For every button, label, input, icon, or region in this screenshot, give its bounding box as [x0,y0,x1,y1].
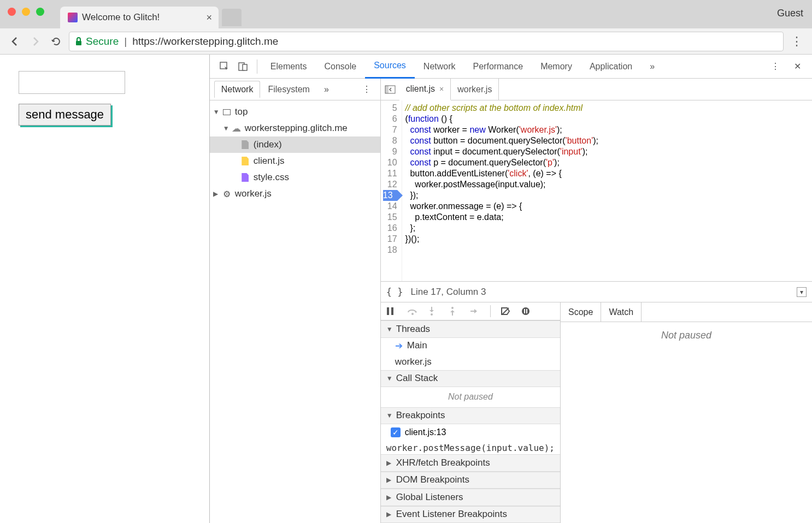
navigator-tab-network[interactable]: Network [214,81,261,98]
device-toolbar-icon[interactable] [234,57,252,76]
cursor-position: Line 17, Column 3 [410,287,486,298]
url-separator: | [124,35,127,47]
message-input[interactable] [19,71,125,94]
tree-file-stylecss[interactable]: style.css [210,169,380,186]
devtools-tabs: Elements Console Sources Network Perform… [210,55,812,79]
browser-menu-icon[interactable]: ⋮ [788,34,805,49]
navigator-menu-icon[interactable]: ⋮ [357,80,376,99]
tab-console[interactable]: Console [315,55,365,79]
back-button[interactable] [7,33,23,50]
forward-button[interactable] [27,33,44,50]
breakpoint-marker[interactable]: 13 [383,190,397,201]
active-thread-icon: ➔ [395,340,403,352]
page-viewport: send message [0,55,210,523]
address-bar[interactable]: Secure | https://workerstepping.glitch.m… [69,32,784,51]
debugger-panel: ▼Threads ➔Main worker.js ▼Call Stack Not… [381,302,812,523]
step-out-button[interactable] [449,306,460,316]
minimize-window-icon[interactable] [22,8,30,16]
lock-icon [75,37,83,46]
editor-tab-workerjs[interactable]: worker.js [451,79,499,100]
tree-domain[interactable]: ▼☁workerstepping.glitch.me [210,120,380,136]
coverage-dropdown-icon[interactable]: ▾ [797,287,807,297]
pretty-print-icon[interactable]: { } [386,287,403,298]
tab-title: Welcome to Glitch! [82,12,160,23]
close-tab-icon[interactable]: × [206,12,212,23]
editor-footer: { } Line 17, Column 3 ▾ [381,281,812,302]
breakpoint-item[interactable]: ✓client.js:13 [381,424,560,441]
tree-worker[interactable]: ▶⚙worker.js [210,186,380,202]
tab-memory[interactable]: Memory [532,55,581,79]
tree-frame-top[interactable]: ▼top [210,104,380,120]
section-xhr[interactable]: ▶XHR/fetch Breakpoints [381,454,560,471]
pause-button[interactable] [386,307,397,316]
code-editor[interactable]: 56789101112131415161718 // add other scr… [381,100,812,281]
section-callstack[interactable]: ▼Call Stack [381,370,560,387]
thread-main[interactable]: ➔Main [381,338,560,354]
devtools-menu-icon[interactable]: ⋮ [766,57,785,76]
callstack-empty: Not paused [381,387,560,407]
editor-tabs: client.js× worker.js [381,79,812,100]
url-text: https://workerstepping.glitch.me [132,35,278,47]
navigator-overflow-icon[interactable]: » [317,81,336,98]
breakpoint-code: worker.postMessage(input.value); [381,441,560,454]
send-message-button[interactable]: send message [19,104,111,126]
svg-point-8 [411,313,414,315]
new-tab-button[interactable] [222,9,242,26]
section-event[interactable]: ▶Event Listener Breakpoints [381,506,560,523]
inspect-element-icon[interactable] [215,57,234,76]
secure-label: Secure [86,35,119,47]
navigator-tab-filesystem[interactable]: Filesystem [261,81,316,98]
tree-file-clientjs[interactable]: client.js [210,153,380,169]
traffic-lights [8,8,44,16]
deactivate-breakpoints-button[interactable] [501,307,511,316]
maximize-window-icon[interactable] [36,8,44,16]
tab-sources[interactable]: Sources [365,55,415,79]
scope-body: Not paused [561,322,812,523]
section-global[interactable]: ▶Global Listeners [381,489,560,506]
gear-icon: ⚙ [222,189,232,199]
thread-worker[interactable]: worker.js [381,354,560,370]
step-over-button[interactable] [407,307,418,316]
window-titlebar: Welcome to Glitch! × Guest [0,0,812,28]
section-dom[interactable]: ▶DOM Breakpoints [381,472,560,489]
svg-rect-7 [391,307,393,315]
close-tab-icon[interactable]: × [439,85,444,93]
close-window-icon[interactable] [8,8,16,16]
svg-rect-6 [387,307,389,315]
watch-tab[interactable]: Watch [601,302,642,322]
toggle-navigator-icon[interactable] [381,85,399,94]
step-button[interactable] [469,307,480,315]
file-tree: ▼top ▼☁workerstepping.glitch.me (index) … [210,100,380,523]
svg-point-10 [451,307,454,309]
svg-point-9 [431,313,433,316]
section-threads[interactable]: ▼Threads [381,320,560,337]
favicon-icon [68,13,78,22]
svg-rect-12 [524,309,525,313]
tab-performance[interactable]: Performance [464,55,532,79]
svg-rect-0 [76,41,81,45]
reload-button[interactable] [48,33,64,50]
svg-rect-13 [526,309,527,313]
svg-rect-3 [243,64,247,70]
browser-tab[interactable]: Welcome to Glitch! × [60,7,219,28]
scope-tab[interactable]: Scope [561,302,601,322]
close-devtools-icon[interactable]: ✕ [788,57,807,76]
cloud-icon: ☁ [232,123,242,133]
tree-file-index[interactable]: (index) [210,136,380,153]
url-bar: Secure | https://workerstepping.glitch.m… [0,28,812,55]
tab-elements[interactable]: Elements [262,55,316,79]
profile-label[interactable]: Guest [777,8,803,19]
breakpoint-checkbox[interactable]: ✓ [391,427,401,437]
editor-tab-clientjs[interactable]: client.js× [399,79,451,100]
section-breakpoints[interactable]: ▼Breakpoints [381,407,560,424]
line-gutter[interactable]: 56789101112131415161718 [381,100,402,281]
step-into-button[interactable] [428,306,439,316]
pause-on-exceptions-button[interactable] [521,307,532,316]
tab-application[interactable]: Application [581,55,641,79]
svg-rect-5 [385,86,389,93]
debugger-toolbar [381,302,560,320]
code-body[interactable]: // add other scripts at the bottom of in… [402,100,602,281]
svg-point-11 [522,307,529,315]
tab-network[interactable]: Network [415,55,464,79]
tabs-overflow-icon[interactable]: » [641,55,663,79]
